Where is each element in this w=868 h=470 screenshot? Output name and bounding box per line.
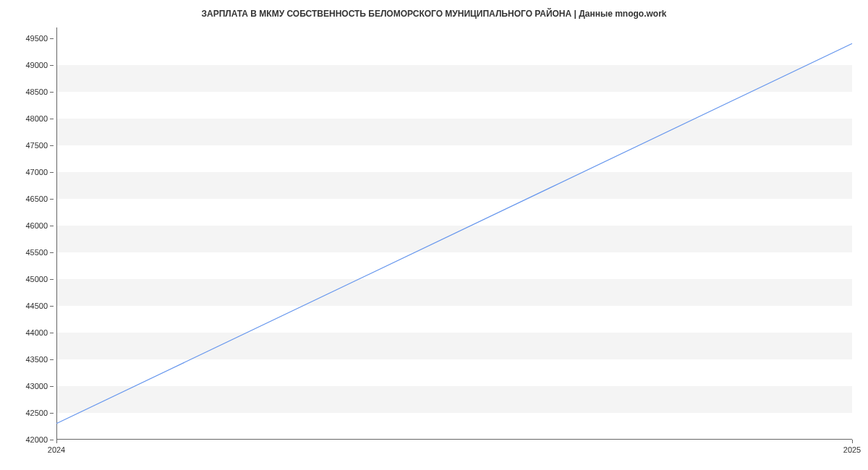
x-tick [56,440,57,443]
y-tick [50,413,54,414]
y-tick [50,359,54,360]
x-tick-label: 2024 [48,445,65,454]
y-tick-label: 45000 [25,275,48,283]
chart-title: ЗАРПЛАТА В МКМУ СОБСТВЕННОСТЬ БЕЛОМОРСКО… [0,0,868,25]
y-tick [50,386,54,387]
y-tick-label: 42000 [25,435,48,444]
y-tick [50,306,54,307]
series-line [56,43,852,424]
y-tick [50,145,54,146]
y-tick-label: 42500 [25,409,48,417]
y-tick [50,92,54,93]
y-tick-label: 43500 [25,355,48,364]
x-tick-label: 2025 [843,445,861,454]
y-tick-label: 49000 [25,61,48,69]
y-tick-label: 48000 [25,114,48,123]
y-tick-label: 44000 [25,328,48,337]
y-tick [50,199,54,200]
x-tick [852,440,853,443]
y-tick [50,440,54,440]
y-tick [50,65,54,66]
y-tick [50,252,54,253]
y-tick-label: 44500 [25,302,48,310]
y-tick [50,38,54,39]
y-tick [50,333,54,333]
y-tick-label: 43000 [25,382,48,390]
data-line-svg [56,27,852,440]
y-tick-label: 46500 [25,195,48,203]
y-tick [50,226,54,226]
chart-plot-area: 4200042500430004350044000445004500045500… [56,27,852,440]
y-tick-label: 48500 [25,87,48,96]
y-tick [50,279,54,280]
y-tick-label: 47500 [25,141,48,150]
y-tick-label: 49500 [25,34,48,43]
y-tick [50,172,54,173]
y-tick-label: 45500 [25,248,48,257]
y-tick-label: 47000 [25,168,48,176]
y-tick-label: 46000 [25,221,48,230]
y-tick [50,119,54,119]
